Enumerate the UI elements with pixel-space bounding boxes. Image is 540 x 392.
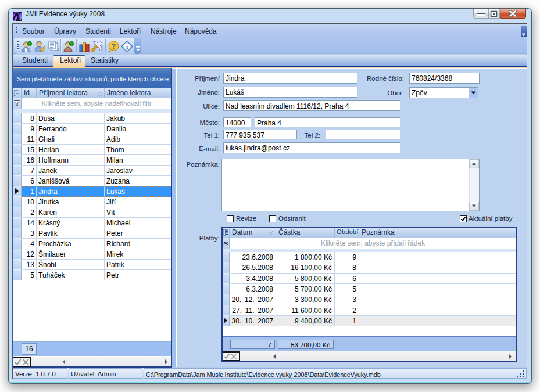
svg-text:i: i: [126, 43, 128, 50]
svg-text:?: ?: [112, 42, 116, 51]
